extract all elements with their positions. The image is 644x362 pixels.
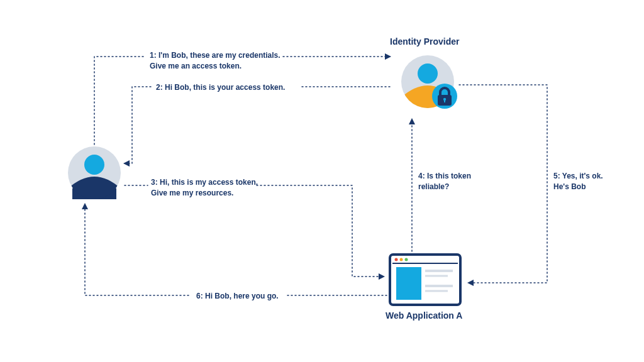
connector-step2-left	[125, 87, 151, 163]
step4-line2: reliable?	[418, 182, 471, 192]
connector-step6-left	[85, 204, 189, 295]
connector-step3-right	[257, 185, 384, 277]
web-application-title: Web Application A	[386, 310, 462, 321]
svg-point-12	[395, 258, 398, 261]
step1-line2: Give me an access token.	[150, 61, 280, 72]
step3-line2: Give me my resources.	[151, 188, 258, 199]
step4-line1: 4: Is this token	[418, 171, 471, 182]
svg-rect-7	[438, 95, 452, 106]
step5-line2: He's Bob	[553, 182, 603, 192]
svg-point-13	[400, 258, 403, 261]
diagram-canvas	[0, 0, 644, 362]
svg-rect-10	[390, 255, 460, 305]
svg-rect-15	[396, 267, 421, 300]
web-application-icon	[390, 255, 460, 305]
svg-point-0	[68, 146, 121, 199]
step2-label: 2: Hi Bob, this is your access token.	[156, 82, 285, 93]
svg-point-3	[401, 55, 454, 108]
svg-point-1	[84, 155, 104, 175]
step4-label: 4: Is this token reliable?	[418, 171, 471, 192]
svg-point-6	[432, 84, 457, 109]
svg-point-5	[418, 63, 438, 84]
step3-line1: 3: Hi, this is my access token.	[151, 177, 258, 188]
svg-point-14	[405, 258, 408, 261]
connector-step1-left	[94, 57, 145, 145]
step3-label: 3: Hi, this is my access token. Give me …	[151, 177, 258, 199]
step1-line1: 1: I'm Bob, these are my credentials.	[150, 50, 280, 61]
identity-provider-title: Identity Provider	[390, 36, 459, 47]
svg-rect-9	[444, 99, 445, 102]
step1-label: 1: I'm Bob, these are my credentials. Gi…	[150, 50, 280, 72]
user-icon	[68, 146, 121, 207]
step6-label: 6: Hi Bob, here you go.	[196, 291, 279, 302]
identity-provider-icon	[401, 55, 457, 116]
step5-label: 5: Yes, it's ok. He's Bob	[553, 171, 603, 192]
svg-point-8	[443, 98, 446, 101]
step5-line1: 5: Yes, it's ok.	[553, 171, 603, 182]
connector-step5	[459, 85, 547, 283]
